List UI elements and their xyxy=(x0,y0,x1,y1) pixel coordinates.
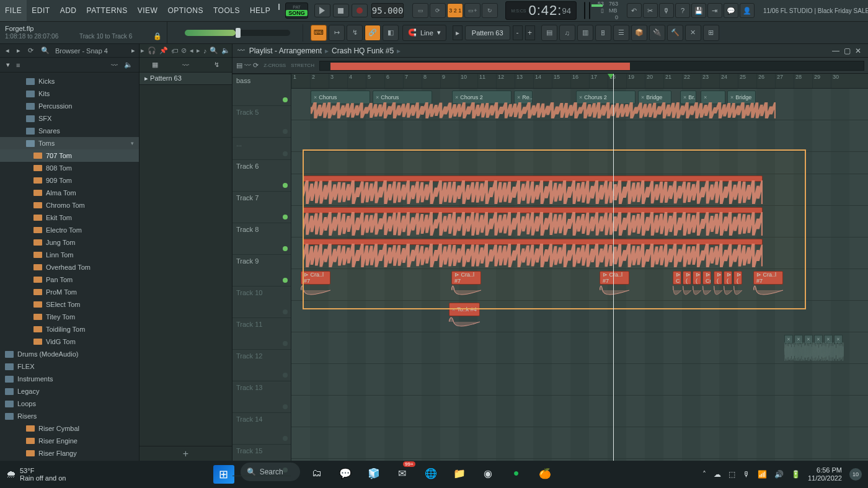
track-mute-dot[interactable] xyxy=(283,436,288,441)
save-icon[interactable]: 💾 xyxy=(691,3,706,18)
sample-item-808-tom[interactable]: 808 Tom xyxy=(0,162,139,174)
tray-notifications[interactable]: 10 xyxy=(849,468,862,481)
track-header-6[interactable]: Track 8 xyxy=(232,223,291,255)
track-header-10[interactable]: Track 12 xyxy=(232,350,291,381)
bar-29[interactable]: 29 xyxy=(812,74,831,88)
news-bar[interactable]: 11/06 FL STUDIO | Black Friday SALE! xyxy=(758,1,868,20)
bar-16[interactable]: 16 xyxy=(570,74,589,88)
chat-icon[interactable]: 💬 xyxy=(334,463,357,484)
pattern-plus[interactable]: + xyxy=(525,25,535,40)
sample-item-toidiling-tom[interactable]: Toidiling Tom xyxy=(0,323,139,335)
step-edit-icon[interactable]: ↦ xyxy=(329,25,345,41)
start-button[interactable]: ⊞ xyxy=(212,463,236,486)
close-all-icon[interactable]: ✕ xyxy=(685,25,701,41)
browser-icon[interactable]: ☰ xyxy=(613,25,629,41)
browser-fwd-icon[interactable]: ▸ xyxy=(15,47,22,55)
playlist-min-icon[interactable]: — xyxy=(831,47,841,55)
mixer-icon[interactable]: 🎚 xyxy=(595,25,611,41)
sample-item-909-tom[interactable]: 909 Tom xyxy=(0,174,139,187)
clip-close-icon[interactable]: × xyxy=(376,94,379,100)
song-position[interactable]: M:S:CS 0:42: 94 xyxy=(505,1,577,20)
bar-26[interactable]: 26 xyxy=(756,74,775,88)
sample-item-riser-cymbal[interactable]: Riser Cymbal xyxy=(0,422,139,435)
cpu-meter[interactable] xyxy=(589,2,590,19)
folder-item-drums-modeaudio-[interactable]: Drums (ModeAudio) xyxy=(0,348,139,360)
clip-close-icon[interactable]: × xyxy=(683,94,686,100)
picker-play-icon[interactable]: ▸ xyxy=(141,47,144,55)
onedrive-icon[interactable]: ☁ xyxy=(714,470,721,479)
pat-song-switch[interactable]: PAT SONG xyxy=(285,2,308,19)
bar-8[interactable]: 8 xyxy=(422,74,440,88)
pianoroll-icon[interactable]: ♫ xyxy=(559,25,575,41)
playlist-tools-icon[interactable]: ▤ 〰 ⟳ xyxy=(236,61,259,69)
right-icon[interactable]: ▸ xyxy=(197,47,200,55)
pattern-name[interactable]: Pattern 63 xyxy=(465,25,510,40)
playlist-close-icon[interactable]: ✕ xyxy=(853,47,863,55)
track-lane-7[interactable]: ⊳ Cra..l #7⊳ Cra..l #7⊳ Cra..l #7⊳ C⊳ (⊳… xyxy=(291,269,868,301)
typing-keyboard-icon[interactable]: ⌨ xyxy=(311,25,327,41)
edge-icon[interactable]: 🌐 xyxy=(419,463,443,484)
menu-tools[interactable]: TOOLS xyxy=(208,0,245,21)
channelrack-icon[interactable]: ▥ xyxy=(577,25,593,41)
sample-item-707-tom[interactable]: 707 Tom xyxy=(0,149,139,162)
track-lane-10[interactable] xyxy=(291,364,868,396)
stop-button[interactable] xyxy=(333,4,349,17)
pattern-minus[interactable]: - xyxy=(513,25,523,40)
clip-close-icon[interactable]: × xyxy=(579,94,582,100)
track-lane-5[interactable] xyxy=(291,206,868,237)
undo-icon[interactable]: ↶ xyxy=(627,3,642,18)
bar-7[interactable]: 7 xyxy=(403,74,422,88)
spotify-icon[interactable]: ● xyxy=(505,463,528,484)
taskbar-weather[interactable]: 🌧 53°F Rain off and on xyxy=(6,467,66,482)
mail-icon[interactable]: ✉99+ xyxy=(391,463,414,484)
playlist-lanes[interactable]: 1234567891011121314151617181920212223242… xyxy=(291,74,868,461)
menu-add[interactable]: ADD xyxy=(55,0,82,21)
add-channel-button[interactable]: + xyxy=(140,446,232,461)
picker-current-pattern[interactable]: ▸ Pattern 63 xyxy=(140,73,232,85)
track-header-13[interactable]: Track 15 xyxy=(232,445,291,476)
track-header-8[interactable]: Track 10 xyxy=(232,286,291,318)
track-header-3[interactable]: ... xyxy=(232,138,291,160)
plugin-db-icon[interactable]: 📦 xyxy=(631,25,647,41)
tool-icon[interactable]: 🔨 xyxy=(667,25,683,41)
folder-item-instruments[interactable]: Instruments xyxy=(0,373,139,385)
menu-patterns[interactable]: PATTERNS xyxy=(82,0,133,21)
sample-item-ekit-tom[interactable]: Ekit Tom xyxy=(0,211,139,224)
bar-4[interactable]: 4 xyxy=(347,74,366,88)
track-mute-dot[interactable] xyxy=(283,404,288,409)
browser-reload-icon[interactable]: ⟳ xyxy=(26,47,35,55)
sample-item-overhead-tom[interactable]: Overhead Tom xyxy=(0,261,139,273)
clip-close-icon[interactable]: × xyxy=(704,94,707,100)
clip-close-icon[interactable]: × xyxy=(452,306,455,313)
playhead[interactable] xyxy=(613,74,614,461)
track-lane-9[interactable]: ×××××× xyxy=(291,332,868,364)
visualizer[interactable] xyxy=(584,2,585,19)
folder-item-flex[interactable]: FLEX xyxy=(0,360,139,373)
track-mute-dot[interactable] xyxy=(283,215,288,220)
bar-23[interactable]: 23 xyxy=(701,74,719,88)
track-lane-6[interactable] xyxy=(291,237,868,269)
sample-item-jung-tom[interactable]: Jung Tom xyxy=(0,236,139,249)
track-lane-1[interactable]: ×Chorus×Chorus×Chorus 2×Re..×Chorus 2×Br… xyxy=(291,89,868,120)
chrome-icon[interactable]: ◉ xyxy=(476,463,500,484)
snap-selector[interactable]: 🧲 Line ▾ xyxy=(402,25,446,41)
tempo-display[interactable]: 95.000 xyxy=(371,3,404,18)
track-header-12[interactable]: Track 14 xyxy=(232,413,291,445)
track-mute-dot[interactable] xyxy=(283,151,288,156)
volume-tray-icon[interactable]: 🔊 xyxy=(774,470,784,479)
menu-file[interactable]: FILE xyxy=(0,0,27,21)
play-button[interactable] xyxy=(314,4,330,17)
speaker2-icon[interactable]: 🔈 xyxy=(221,47,230,55)
tray-chevron-icon[interactable]: ˄ xyxy=(702,470,706,479)
track-mute-dot[interactable] xyxy=(283,373,288,378)
bar-2[interactable]: 2 xyxy=(310,74,329,88)
folder-item-legacy[interactable]: Legacy xyxy=(0,385,139,397)
track-lane-2[interactable] xyxy=(291,120,868,152)
browser-back-icon[interactable]: ◂ xyxy=(4,47,11,55)
wave-icon[interactable]: 〰 xyxy=(111,61,118,69)
store-icon[interactable]: 🧊 xyxy=(362,463,386,484)
folder-item-kits[interactable]: Kits xyxy=(0,87,139,100)
zcross-label[interactable]: Z-CROSS xyxy=(264,63,286,68)
feed-icon[interactable]: 💬 xyxy=(724,3,738,18)
dropbox-icon[interactable]: ⬚ xyxy=(728,470,735,479)
